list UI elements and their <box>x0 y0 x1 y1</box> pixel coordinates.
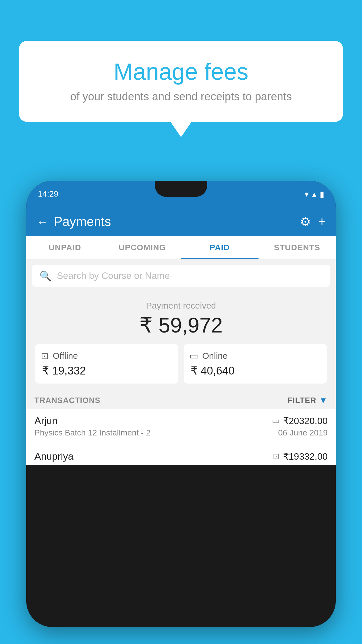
payment-summary: Payment received ₹ 59,972 ⊡ Offline ₹ 19… <box>26 292 336 389</box>
wifi-icon: ▾ <box>305 189 309 199</box>
tab-students[interactable]: STUDENTS <box>259 236 336 259</box>
offline-amount: ₹ 19,332 <box>41 364 173 377</box>
online-label: Online <box>202 351 228 361</box>
search-bar[interactable]: 🔍 Search by Course or Name <box>32 265 330 287</box>
phone-container: 14:29 ▾ ▴ ▮ ← Payments ⚙ + UNPAID <box>26 181 336 644</box>
header-title: Payments <box>54 214 111 229</box>
payment-cards: ⊡ Offline ₹ 19,332 ▭ Online ₹ 40,640 <box>35 344 327 384</box>
transaction-type-icon-online: ▭ <box>272 416 280 426</box>
phone-notch <box>155 181 207 197</box>
online-payment-card: ▭ Online ₹ 40,640 <box>184 344 327 384</box>
table-row[interactable]: Anupriya ⊡ ₹19332.00 <box>26 444 336 465</box>
transaction-row-bottom: Physics Batch 12 Installment - 2 06 June… <box>34 428 328 438</box>
signal-icon: ▴ <box>312 189 316 199</box>
offline-card-header: ⊡ Offline <box>41 350 173 361</box>
tab-paid[interactable]: PAID <box>181 236 259 259</box>
status-time: 14:29 <box>38 189 58 199</box>
settings-icon[interactable]: ⚙ <box>300 215 311 229</box>
search-placeholder: Search by Course or Name <box>57 270 170 281</box>
transaction-list: Arjun ▭ ₹20320.00 Physics Batch 12 Insta… <box>26 409 336 465</box>
search-icon: 🔍 <box>39 270 52 282</box>
phone-frame: 14:29 ▾ ▴ ▮ ← Payments ⚙ + UNPAID <box>26 181 336 627</box>
add-icon[interactable]: + <box>318 215 326 229</box>
filter-button[interactable]: FILTER ▼ <box>288 396 328 405</box>
tab-upcoming[interactable]: UPCOMING <box>104 236 181 259</box>
speech-bubble-section: Manage fees of your students and send re… <box>19 41 343 122</box>
transaction-course: Physics Batch 12 Installment - 2 <box>34 428 150 438</box>
transaction-type-icon-offline: ⊡ <box>273 452 280 461</box>
filter-label: FILTER <box>288 396 316 405</box>
transaction-name: Arjun <box>34 415 57 426</box>
status-bar: 14:29 ▾ ▴ ▮ <box>26 181 336 207</box>
transaction-row-top-partial: Anupriya ⊡ ₹19332.00 <box>34 451 328 462</box>
transaction-amount-wrapper: ⊡ ₹19332.00 <box>273 451 328 462</box>
online-amount: ₹ 40,640 <box>189 364 321 377</box>
payment-received-label: Payment received <box>32 301 330 311</box>
tab-bar: UNPAID UPCOMING PAID STUDENTS <box>26 236 336 260</box>
header-left: ← Payments <box>36 214 111 229</box>
app-header: ← Payments ⚙ + <box>26 207 336 236</box>
transaction-amount: ₹20320.00 <box>283 415 328 426</box>
offline-icon: ⊡ <box>41 350 49 361</box>
battery-icon: ▮ <box>320 189 324 199</box>
tab-unpaid[interactable]: UNPAID <box>26 236 104 259</box>
filter-icon: ▼ <box>319 396 328 405</box>
back-button[interactable]: ← <box>36 215 48 228</box>
online-icon: ▭ <box>189 350 198 361</box>
table-row[interactable]: Arjun ▭ ₹20320.00 Physics Batch 12 Insta… <box>26 409 336 444</box>
offline-payment-card: ⊡ Offline ₹ 19,332 <box>35 344 178 384</box>
bubble-title: Manage fees <box>34 58 328 85</box>
transaction-date: 06 June 2019 <box>278 428 328 438</box>
bubble-subtitle: of your students and send receipts to pa… <box>34 90 328 103</box>
header-right: ⚙ + <box>300 215 326 229</box>
transaction-row-top: Arjun ▭ ₹20320.00 <box>34 415 328 426</box>
speech-bubble: Manage fees of your students and send re… <box>19 41 343 122</box>
offline-label: Offline <box>53 351 78 361</box>
transactions-header: TRANSACTIONS FILTER ▼ <box>26 389 336 409</box>
app-content: 🔍 Search by Course or Name Payment recei… <box>26 260 336 465</box>
transaction-name: Anupriya <box>34 451 73 462</box>
payment-total-amount: ₹ 59,972 <box>32 313 330 337</box>
transaction-amount: ₹19332.00 <box>283 451 328 462</box>
transactions-label: TRANSACTIONS <box>34 396 101 405</box>
status-icons: ▾ ▴ ▮ <box>305 189 324 199</box>
online-card-header: ▭ Online <box>189 350 321 361</box>
transaction-amount-wrapper: ▭ ₹20320.00 <box>272 415 328 426</box>
